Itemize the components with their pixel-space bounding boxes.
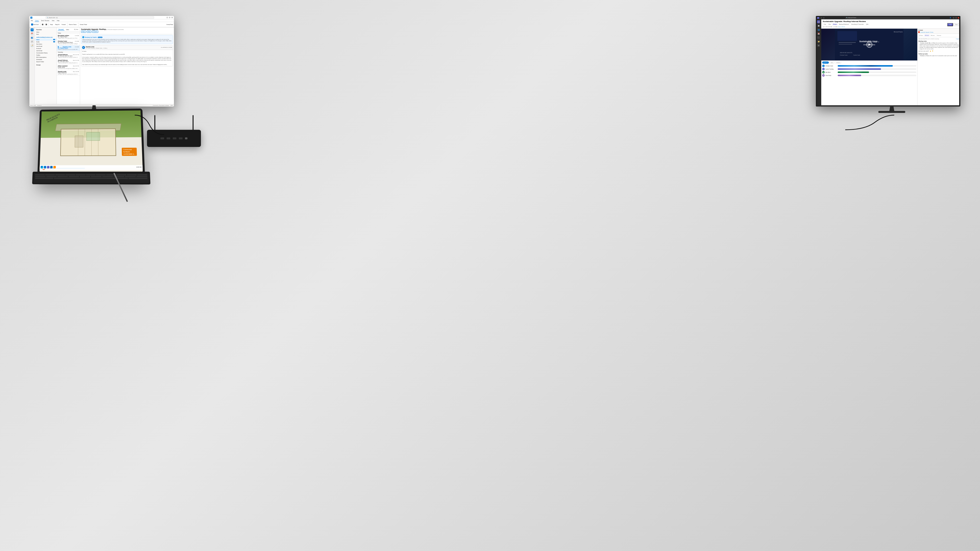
email-item-saamita2[interactable]: Saamita Lenka Wed 1:40 PM Project Refere… [57,70,80,76]
content-item-rooftop[interactable]: Sustainable Upgrade: Rooftop [918,31,960,33]
email-item-saamita[interactable]: Saamita Lenka 10:18 AM RE: Original Repo… [57,45,80,51]
new-email-icon [31,24,33,25]
folder-item-archived[interactable]: Junk Email [35,49,57,52]
notes-tab-notes[interactable]: @ Notes [918,35,924,36]
chapters-tab[interactable]: Chapters [835,62,841,64]
ribbon-tab-file[interactable]: File [30,20,33,22]
teams-maximize-button[interactable]: □ [955,17,957,19]
taskbar-teams-icon[interactable] [47,166,49,168]
thumbs-up-button[interactable]: 👍 [930,51,931,52]
folder-item-scheduled[interactable]: Scheduled [35,58,57,60]
meeting-title: Sustainable Upgrade: Rooftop Internal Re… [823,20,959,22]
folder-item-sent[interactable]: Sent Items [35,43,57,45]
reply-button[interactable]: Reply [49,24,54,26]
teams-nav-apps[interactable]: ⊞ [817,44,820,47]
nav-calendar-icon[interactable]: 📅 [30,32,33,35]
teams-search-box[interactable]: 🔍 Microsoft Teams [845,17,930,19]
folder-item-drafts[interactable]: Drafts 2 [35,41,57,43]
meeting-close-button[interactable]: Close [953,23,959,26]
folder-item-inbox[interactable]: Inbox 3 [35,38,57,41]
teams-minimize-button[interactable]: — [953,17,955,19]
ribbon-tab-home[interactable]: Home [35,20,39,22]
topics-tab[interactable]: Topics [829,62,834,64]
taskbar-time: 10:00 AM [136,166,142,168]
teams-nav-chat[interactable]: 💬 [817,24,820,27]
email-item-arthur[interactable]: Arthur Levesque Wed 3:03 PM Budget updat… [57,64,80,70]
keyboard-surface [33,173,149,183]
bar-segment-vince [838,75,861,76]
folder-item-outbox[interactable]: Outbox [35,54,57,56]
follow-up-vince: Vince [927,55,929,56]
speakers-tab[interactable]: Speakers [822,62,829,64]
email-sort-label[interactable]: By Date ↓ [74,29,79,30]
folder-item-sent-fav[interactable]: Sent [35,33,57,35]
forward-button[interactable]: Forward [61,24,67,26]
unread-read-right[interactable]: Unread Read [166,24,173,25]
tab-chat[interactable]: Chat [823,24,827,25]
nav-notes-icon[interactable]: 📝 [30,44,33,47]
copy-all-button[interactable]: Copy all [956,38,959,40]
tab-qna[interactable]: Q&A [865,24,870,25]
video-play-button[interactable] [866,41,872,48]
maximize-button[interactable]: □ [169,17,170,18]
share-to-teams-button[interactable]: Share to Teams [68,24,77,26]
forward-action-button[interactable]: Forward [92,30,98,33]
notes-tab-transcript[interactable]: Transcript [936,35,942,36]
email-item-joseph1[interactable]: Joseph Pathrose Wed 4:41 PM RE: Question… [57,53,80,59]
tab-recordings[interactable]: Recordings & Transcripts [850,24,865,25]
tab-recap[interactable]: Recap [832,24,838,25]
taskbar-whiteboard-icon[interactable] [53,166,56,168]
right-monitor: T ‹ › 🔍 Microsoft Teams 👤 — □ ✕ [816,16,960,106]
teams-close-button[interactable]: ✕ [958,17,959,19]
folder-item-rss[interactable]: RSS Subscriptions [35,56,57,58]
teams-titlebar-controls: 👤 — □ ✕ [950,17,959,19]
nav-mail-icon[interactable]: ✉ [30,29,33,31]
back-arrow-button[interactable]: ‹ [820,17,822,19]
ribbon-tab-send-receive[interactable]: Send / Receive [40,20,50,22]
folder-item-search[interactable]: Search Folder [35,60,57,63]
forward-arrow-button[interactable]: › [823,17,825,19]
reply-all-button[interactable]: Reply All [54,24,60,26]
taskbar-outlook-icon[interactable] [50,166,52,168]
outlook-search-box[interactable]: 🔍 Search (Alt + Q) [46,16,154,19]
tab-whiteboard[interactable]: Meeting Whiteboard [838,24,850,25]
unread-read-button[interactable]: Unread / Read [79,24,88,26]
tab-focused[interactable]: Focused [58,29,64,30]
delete-button[interactable] [41,23,44,26]
teams-nav-calendar[interactable]: 📅 [817,32,820,35]
teams-nav-files[interactable]: 📁 [817,40,820,43]
folder-item-junk[interactable]: Junk Email [35,45,57,47]
email-item-joseph2[interactable]: Joseph Pathrose Wed 3:15 PM RE: Last yea… [57,59,80,64]
video-player[interactable]: Sustainable Upgr... Internal Review 2024… [821,29,917,60]
reply-action-button[interactable]: Reply [81,30,86,33]
teams-nav-activity[interactable]: ⚡ [817,20,820,23]
ribbon-tab-view[interactable]: View [51,20,55,22]
tab-files[interactable]: Files [827,24,832,25]
nav-tasks-icon[interactable]: ✓ [30,40,33,43]
sent-label: Sent Items [36,43,42,45]
close-button[interactable]: ✕ [171,17,173,18]
teams-right-panel: Content Sustainable Upgrade: Rooftop @ N… [918,29,960,106]
thumbs-down-button[interactable]: 👎 [932,51,933,52]
join-button[interactable]: Join [947,23,953,26]
nav-contacts-icon[interactable]: 👥 [30,36,33,39]
email-item-christian[interactable]: Christian Carter 10:41 AM RE: Incoming Q… [57,40,80,45]
archive-button[interactable] [45,23,48,26]
teams-nav-calls[interactable]: 📞 [817,36,820,39]
new-email-button[interactable]: New Email [30,23,40,26]
reply-all-action-button[interactable]: Reply [87,30,92,33]
notes-tab-ai[interactable]: AI Notes [924,35,929,36]
minimize-button[interactable]: — [166,17,168,18]
taskbar-edge-icon[interactable] [44,166,46,168]
folder-item-inbox-fav[interactable]: Inbox [35,31,57,33]
folder-item-conv[interactable]: Conversation History [35,52,57,54]
tab-other[interactable]: Other [65,29,70,30]
notes-tab-mentions[interactable]: Mentions [930,35,935,36]
ribbon-tab-help[interactable]: Help [56,20,60,22]
folder-item-deleted[interactable]: Archived [35,47,57,49]
teams-nav-teams[interactable]: 👥 [817,28,820,31]
open-in-stream-link[interactable]: Open in Stream [838,26,845,27]
teams-nav-arrows: ‹ › [820,17,825,19]
taskbar-start-icon[interactable] [41,166,43,168]
email-item-bernadette[interactable]: Bernadette Leblanc 11:05 AM RE: Original… [57,34,80,40]
